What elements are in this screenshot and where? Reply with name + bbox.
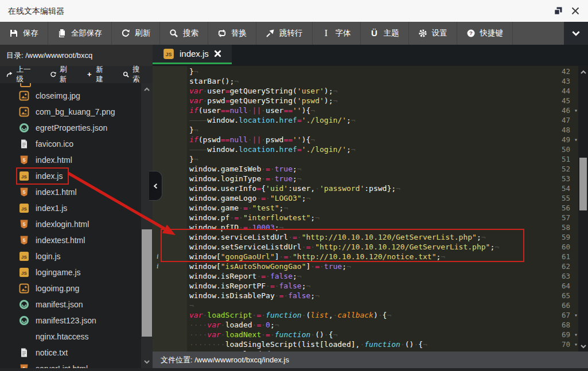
toolbar-button-refresh[interactable]: 刷新 [112, 22, 160, 45]
sidebar-scrollbar[interactable] [141, 83, 153, 368]
code-line-46[interactable]: if(user==null·||·user==''){¬ [189, 106, 568, 115]
code-line-50[interactable]: ————window.location.href='./login/';¬ [189, 145, 568, 154]
title-bar: 在线文本编辑器 [0, 0, 588, 22]
up-level-icon [6, 71, 13, 78]
toolbar-expand-button[interactable] [564, 22, 588, 45]
scroll-up-icon[interactable] [578, 68, 588, 77]
svg-text:5: 5 [22, 221, 25, 227]
code-line-48[interactable]: }¬ [189, 125, 568, 135]
nav-button-refresh[interactable]: 刷新 [44, 66, 80, 83]
code-line-43[interactable]: starBar();¬ [189, 76, 568, 86]
code-line-44[interactable]: var·user=getQueryString('user');¬ [189, 86, 568, 96]
editor-scrollbar[interactable] [578, 66, 588, 352]
toolbar-button-search[interactable]: 搜索 [160, 22, 208, 45]
json-file-icon [19, 299, 29, 310]
file-item-com_bg_kuang_7.png[interactable]: com_bg_kuang_7.png [0, 104, 141, 120]
file-item-nginx.htaccess[interactable]: nginx.htaccess [0, 329, 141, 345]
nav-button-up-level[interactable]: 上一级 [0, 66, 44, 83]
scroll-down-icon[interactable] [578, 342, 588, 351]
code-line-59[interactable]: window.serviceListdUrl·=·"http://10.10.1… [189, 232, 568, 242]
file-name: manifest123.json [36, 316, 96, 325]
file-item-index.js[interactable]: JSindex.js [0, 168, 141, 184]
toolbar-button-save-all[interactable]: 全部保存 [48, 22, 112, 45]
fold-toggle-icon[interactable]: ▾ [574, 310, 578, 320]
fold-toggle-icon[interactable]: ▾ [574, 135, 578, 145]
file-item-login.js[interactable]: JSlogin.js [0, 248, 141, 264]
nav-button-plus[interactable]: +新建 [80, 66, 116, 83]
code-line-55[interactable]: window.gameLogo·=·"LOGO3";¬ [189, 193, 568, 203]
code-line-60[interactable]: window.setServiceListdUrl·=·"http://10.1… [189, 242, 568, 252]
nav-button-search[interactable]: 搜索 [116, 66, 153, 83]
fold-toggle-icon[interactable]: ▾ [574, 330, 578, 339]
code-line-66[interactable]: ¬ [189, 300, 568, 310]
file-item-manifest.json[interactable]: manifest.json [0, 296, 141, 313]
code-line-64[interactable]: window.isReportPF·=·false;¬ [189, 281, 568, 291]
file-item-egretProperties.json[interactable]: egretProperties.json [0, 120, 141, 136]
code-line-51[interactable]: }¬ [189, 154, 568, 164]
file-name: com_bg_kuang_7.png [36, 107, 115, 116]
file-item-index1.html[interactable]: 5index1.html [0, 184, 141, 200]
fold-toggle-icon[interactable]: ▾ [574, 339, 578, 349]
code-line-57[interactable]: window.pf·=·"interflowtest";¬ [189, 213, 568, 222]
sidebar-collapse-handle[interactable] [149, 171, 162, 201]
editor-scroll-thumb[interactable] [579, 158, 587, 210]
file-item-notice.txt[interactable]: notice.txt [0, 345, 141, 361]
nav-button-label: 刷新 [60, 65, 73, 84]
file-item-logingame.js[interactable]: JSlogingame.js [0, 264, 141, 280]
code-line-45[interactable]: var·pswd=getQueryString('pswd');¬ [189, 96, 568, 106]
fold-toggle-icon[interactable]: ▾ [574, 106, 578, 115]
file-name: index1.html [36, 188, 77, 197]
code-line-42[interactable]: }¬ [189, 67, 568, 76]
scroll-down-icon[interactable] [141, 357, 153, 366]
code-line-63[interactable]: window.isReport·=·false;¬ [189, 271, 568, 281]
tab-label: index.js [180, 49, 209, 58]
tab-index-js[interactable]: JS index.js [153, 45, 232, 64]
toolbar-button-replace[interactable]: 替换 [208, 22, 256, 45]
tab-close-icon[interactable] [214, 50, 221, 57]
code-line-49[interactable]: if(pswd==null·||·pswd==''){¬ [189, 135, 568, 145]
toolbar-button-help[interactable]: ?快捷键 [457, 22, 513, 45]
code-line-52[interactable]: window.gameIsWeb·=·true;¬ [189, 164, 568, 174]
file-item-manifest123.json[interactable]: manifest123.json [0, 313, 141, 329]
file-item-indexlogin.html[interactable]: 5indexlogin.html [0, 216, 141, 232]
file-name: index.html [36, 155, 72, 165]
code-line-61[interactable]: window["gongGaoUrl"]·=·"http://10.10.10.… [189, 252, 568, 261]
html-file-icon: 5 [19, 364, 29, 368]
code-line-54[interactable]: window.userInfo={'uid':user,·'password':… [189, 183, 568, 193]
code-line-62[interactable]: window["isAutoShowGongGao"]·=·true;¬ [189, 261, 568, 271]
nav-button-label: 新建 [96, 65, 110, 84]
code-line-56[interactable]: window.game·=·"test";¬ [189, 203, 568, 213]
code-line-53[interactable]: window.loginType·=·true;¬ [189, 174, 568, 183]
scroll-up-icon[interactable] [141, 85, 153, 94]
sidebar-scroll-thumb[interactable] [142, 229, 152, 337]
file-item-index1.js[interactable]: JSindex1.js [0, 200, 141, 216]
code-line-70[interactable]: ········loadSingleScript(list[loaded],·f… [189, 339, 568, 349]
toolbar-button-goto-line[interactable]: 跳转行 [256, 22, 313, 45]
code-line-65[interactable]: window.isDisablePay·=·false;¬ [189, 291, 568, 300]
file-item-index.html[interactable]: 5index.html [0, 152, 141, 168]
file-item-logoimg.png[interactable]: logoimg.png [0, 280, 141, 296]
nav-button-label: 上一级 [17, 65, 37, 84]
file-item-favicon.ico[interactable]: favicon.ico [0, 136, 141, 152]
toolbar-button-save[interactable]: 保存 [0, 22, 48, 45]
search-icon [123, 71, 130, 78]
js-file-icon: JS [19, 203, 29, 213]
toolbar-button-settings[interactable]: 设置 [409, 22, 457, 45]
code-line-58[interactable]: window.pfID·=·10003;¬ [189, 222, 568, 232]
html-file-icon: 5 [19, 235, 29, 245]
toolbar-button-font[interactable]: I字体 [313, 22, 361, 45]
code-line-68[interactable]: ····var·loaded·=·0;¬ [189, 320, 568, 330]
close-window-icon[interactable] [570, 5, 581, 17]
toolbar-button-theme[interactable]: Ü主题 [361, 22, 409, 45]
code-line-47[interactable]: ————window.location.href='./login/';¬ [189, 115, 568, 125]
toolbar: 保存全部保存刷新搜索替换跳转行I字体Ü主题设置?快捷键 [0, 22, 588, 45]
file-item-serverList.html[interactable]: 5serverList.html [0, 361, 141, 368]
code-line-67[interactable]: var·loadScript·=·function·(list,·callbac… [189, 310, 568, 320]
file-name: manifest.json [36, 300, 83, 309]
toolbar-button-label: 刷新 [135, 28, 150, 38]
restore-window-icon[interactable] [552, 5, 564, 17]
code-line-69[interactable]: ····var·loadNext·=·function·()·{¬ [189, 330, 568, 339]
file-item-indextest.html[interactable]: 5indextest.html [0, 232, 141, 248]
code-editor[interactable]: 4243444546▾474849▾5051525354555657585960… [153, 66, 578, 352]
file-item-closeimg.jpg[interactable]: closeimg.jpg [0, 88, 141, 104]
